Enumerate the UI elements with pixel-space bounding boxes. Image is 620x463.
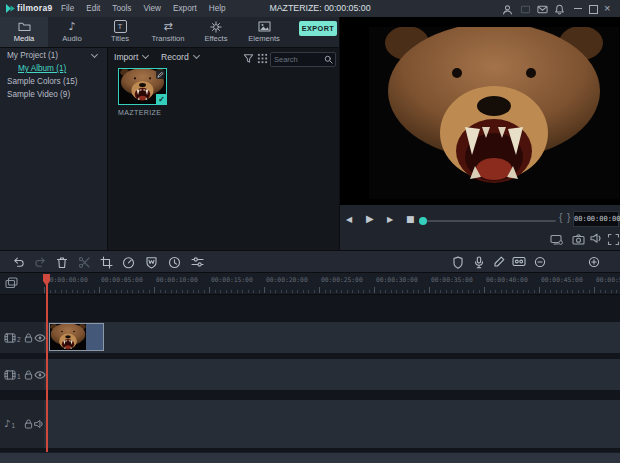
playhead-line[interactable]	[46, 274, 48, 452]
edit-badge-icon[interactable]	[156, 70, 165, 79]
maximize-button[interactable]	[589, 5, 598, 14]
ruler-tick	[561, 290, 562, 293]
stop-button[interactable]: ■	[406, 212, 415, 226]
previous-frame-button[interactable]: ◀	[346, 213, 352, 227]
split-scissors-icon[interactable]	[78, 256, 91, 269]
menu-tools[interactable]: Tools	[106, 4, 137, 13]
tab-titles[interactable]: TTitles	[96, 17, 144, 47]
voiceover-mic-icon[interactable]	[473, 256, 486, 269]
ruler-tick	[127, 290, 128, 293]
ruler-tick	[325, 290, 326, 293]
tab-effects[interactable]: Effects	[192, 17, 240, 47]
delete-trash-icon[interactable]	[56, 256, 69, 269]
ruler-tick	[534, 290, 535, 293]
import-dropdown[interactable]: Import	[114, 52, 148, 62]
display-device-icon[interactable]	[550, 233, 563, 246]
video-track-1: 1	[0, 359, 620, 390]
snapshot-camera-icon[interactable]	[572, 233, 585, 246]
timeline-ruler[interactable]: 00:00:00:0000:00:05:0000:00:10:0000:00:1…	[0, 273, 620, 295]
zoom-out-icon[interactable]	[534, 256, 547, 269]
tab-media[interactable]: Media	[0, 17, 48, 47]
toggle-visibility-eye-icon[interactable]	[34, 333, 46, 342]
ruler-tick	[50, 290, 51, 293]
ruler-tick	[116, 290, 117, 293]
track-header: 2	[0, 322, 44, 353]
ruler-timecode-label: 00:00:00:00	[46, 276, 88, 283]
ruler-tick	[451, 290, 452, 293]
sidebar-item-sample-colors-15[interactable]: Sample Colors (15)	[0, 76, 107, 87]
speed-icon[interactable]	[122, 256, 135, 269]
undo-icon[interactable]	[12, 256, 25, 269]
timeline-clip-mazterize[interactable]	[49, 323, 104, 351]
timeline-scrollbar[interactable]	[0, 452, 620, 463]
ruler-tick	[99, 287, 100, 293]
account-icon[interactable]	[502, 4, 513, 15]
view-grid-icon[interactable]	[257, 53, 268, 64]
duration-clock-icon[interactable]	[168, 256, 181, 269]
marker-pen-icon[interactable]	[493, 256, 506, 269]
tab-elements[interactable]: Elements	[240, 17, 288, 47]
search-icon[interactable]	[324, 55, 333, 64]
ruler-tick	[363, 290, 364, 293]
feedback-mail-icon[interactable]	[537, 4, 548, 15]
minimize-button[interactable]	[574, 8, 582, 9]
ruler-tick	[297, 290, 298, 293]
sidebar-item-sample-video-9[interactable]: Sample Video (9)	[0, 89, 107, 100]
menu-edit[interactable]: Edit	[80, 4, 106, 13]
preview-scrubber-handle[interactable]	[419, 217, 427, 225]
menu-file[interactable]: File	[55, 4, 80, 13]
audio-mixer-icon[interactable]	[512, 256, 525, 269]
ruler-tick	[77, 290, 78, 293]
fullscreen-icon[interactable]	[607, 233, 620, 246]
toggle-visibility-eye-icon[interactable]	[34, 370, 46, 379]
ruler-tick	[149, 290, 150, 293]
mute-speaker-icon[interactable]	[34, 420, 45, 429]
ruler-tick	[88, 290, 89, 293]
video-track-lane-2[interactable]	[44, 322, 620, 353]
lock-track-icon[interactable]	[24, 369, 33, 380]
crop-icon[interactable]	[100, 256, 113, 269]
selected-check-icon: ✓	[156, 94, 167, 105]
menu-view[interactable]: View	[137, 4, 167, 13]
ruler-tick	[479, 290, 480, 293]
search-input[interactable]	[271, 55, 324, 64]
redo-icon[interactable]	[34, 256, 47, 269]
preview-scrubber-track[interactable]	[425, 220, 556, 222]
color-tuning-icon[interactable]	[145, 256, 158, 269]
ruler-tick	[105, 290, 106, 293]
media-clip-name: MAZTERIZE	[118, 109, 161, 116]
menu-help[interactable]: Help	[203, 4, 232, 13]
ruler-tick	[226, 290, 227, 293]
video-track-lane-1[interactable]	[44, 359, 620, 390]
play-button[interactable]: ▶	[366, 212, 374, 226]
tab-audio[interactable]: ♪Audio	[48, 17, 96, 47]
sidebar-item-my-project-1[interactable]: My Project (1)	[0, 50, 107, 61]
mark-out-button[interactable]: }	[567, 212, 570, 223]
ruler-tick	[319, 287, 320, 293]
ruler-tick	[545, 290, 546, 293]
notifications-bell-icon[interactable]	[554, 4, 565, 15]
mark-in-button[interactable]: {	[559, 212, 562, 223]
advanced-sliders-icon[interactable]	[191, 256, 204, 269]
ruler-tick	[138, 290, 139, 293]
lock-track-icon[interactable]	[24, 332, 33, 343]
audio-track-lane-1[interactable]	[44, 400, 620, 448]
filter-icon[interactable]	[243, 53, 254, 64]
next-frame-button[interactable]: ▶	[387, 213, 393, 227]
ruler-tick	[198, 290, 199, 293]
app-name: filmora9	[17, 3, 52, 13]
volume-speaker-icon[interactable]	[590, 233, 603, 246]
close-button[interactable]: ×	[604, 1, 610, 16]
screen-mode-icon[interactable]	[520, 4, 531, 15]
track-manage-icon[interactable]	[5, 277, 18, 289]
menu-export[interactable]: Export	[167, 4, 203, 13]
lock-track-icon[interactable]	[24, 419, 33, 430]
record-dropdown[interactable]: Record	[161, 52, 199, 62]
ruler-timecode-label: 00:00:20:00	[266, 276, 308, 283]
zoom-in-icon[interactable]	[588, 256, 601, 269]
render-preview-icon[interactable]	[452, 256, 465, 269]
export-button[interactable]: EXPORT	[299, 21, 337, 36]
tab-transition[interactable]: ⇄Transition	[144, 17, 192, 47]
media-clip-thumbnail[interactable]: ✓	[118, 68, 167, 105]
sidebar-item-my-album-1[interactable]: My Album (1)	[0, 63, 107, 74]
